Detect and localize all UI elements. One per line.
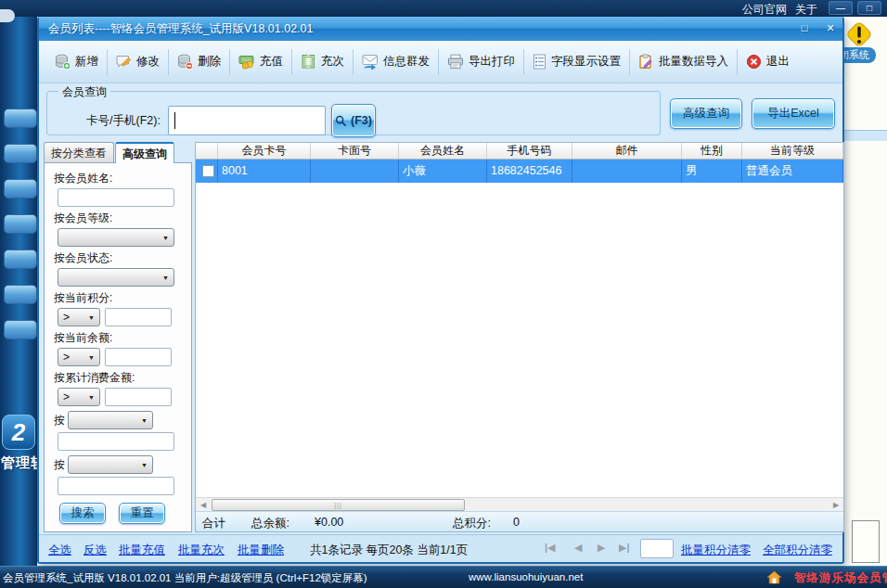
edit-pencil-icon [116, 54, 132, 70]
sidebar-stub-button[interactable] [4, 285, 37, 304]
sidebar-stub-button[interactable] [4, 144, 37, 163]
filter-level-select[interactable]: ▼ [58, 228, 174, 247]
filter-consume-op-select[interactable]: > ▼ [58, 388, 100, 406]
batch-import-button[interactable]: 批量数据导入 [630, 45, 737, 79]
card-phone-input[interactable] [168, 106, 326, 135]
filter-extra1-input[interactable] [58, 432, 174, 451]
home-icon[interactable] [766, 570, 782, 584]
dialog-close-button[interactable]: ✕ [820, 20, 841, 36]
about-link[interactable]: 关于 [795, 2, 817, 18]
edit-member-button[interactable]: 修改 [108, 45, 168, 79]
filter-points-input[interactable] [105, 308, 172, 326]
filter-status-label: 按会员状态: [54, 250, 184, 266]
column-header-name[interactable]: 会员姓名 [399, 143, 487, 159]
chevron-down-icon: ▼ [162, 235, 169, 241]
ticket-icon [301, 54, 316, 70]
batch-times-link[interactable]: 批量充次 [178, 543, 225, 558]
warning-icon[interactable] [844, 19, 874, 51]
column-header-gender[interactable]: 性别 [682, 143, 742, 159]
scrollbar-thumb[interactable]: ||| [212, 499, 465, 511]
add-member-button[interactable]: 新增 [46, 45, 107, 79]
recharge-times-button[interactable]: 充次 [292, 45, 353, 79]
filter-balance-input[interactable] [105, 348, 172, 366]
chevron-down-icon: ▼ [88, 314, 95, 321]
batch-delete-link[interactable]: 批量删除 [238, 543, 284, 558]
chevron-down-icon: ▼ [162, 275, 169, 281]
filter-reset-button[interactable]: 重置 [119, 503, 165, 524]
column-header-card[interactable]: 会员卡号 [218, 143, 311, 159]
filter-points-op-select[interactable]: > ▼ [58, 308, 100, 326]
filter-name-input[interactable] [58, 188, 174, 207]
batch-import-label: 批量数据导入 [659, 54, 728, 70]
sidebar-stub-button[interactable] [4, 249, 37, 269]
all-points-clear-link[interactable]: 全部积分清零 [763, 543, 832, 558]
next-page-button[interactable]: ▶ [598, 542, 605, 554]
member-list-window: 会员列表----智络会员管理系统_试用版V18.01.02.01 □ ✕ 新增 [37, 17, 844, 564]
recharge-label: 充值 [260, 54, 283, 70]
filter-level-label: 按会员等级: [54, 211, 184, 226]
filter-name-label: 按会员姓名: [54, 171, 184, 186]
parent-right-area [844, 17, 887, 566]
first-page-button[interactable]: |◀ [545, 542, 556, 554]
scroll-right-arrow[interactable]: ▶ [829, 499, 842, 511]
last-page-button[interactable]: ▶| [619, 542, 630, 554]
column-header-face[interactable]: 卡面号 [311, 143, 399, 159]
tab-view-by-category[interactable]: 按分类查看 [44, 142, 114, 163]
member-query-group-label: 会员查询 [58, 84, 110, 100]
total-points-label: 总积分: [453, 516, 491, 531]
scroll-left-arrow[interactable]: ◀ [197, 499, 210, 511]
delete-member-button[interactable]: 删除 [169, 45, 229, 79]
filter-consume-input[interactable] [105, 388, 172, 406]
invert-select-link[interactable]: 反选 [84, 543, 107, 558]
advanced-query-button[interactable]: 高级查询 [670, 98, 742, 129]
dialog-maximize-button[interactable]: □ [794, 20, 815, 36]
batch-points-clear-link[interactable]: 批量积分清零 [681, 543, 751, 558]
select-all-link[interactable]: 全选 [48, 543, 71, 558]
export-print-button[interactable]: 导出打印 [439, 45, 523, 79]
search-f3-button[interactable]: (F3) [331, 104, 376, 137]
sidebar-stub-button[interactable] [4, 179, 37, 198]
cell-gender: 男 [682, 160, 742, 183]
recharge-times-label: 充次 [321, 54, 344, 70]
app-logo: 2 [2, 415, 35, 450]
field-list-icon [533, 54, 546, 70]
total-points-value: 0 [513, 516, 520, 529]
maximize-button[interactable]: □ [857, 1, 881, 15]
mass-message-button[interactable]: 信息群发 [354, 45, 438, 79]
field-display-settings-label: 字段显示设置 [551, 54, 621, 70]
filter-extra2-select[interactable]: ▼ [68, 455, 153, 474]
export-print-label: 导出打印 [469, 54, 515, 70]
magnifier-icon [335, 115, 347, 127]
filter-extra2-input[interactable] [58, 477, 174, 495]
filter-status-select[interactable]: ▼ [58, 268, 174, 287]
column-header-email[interactable]: 邮件 [572, 143, 682, 159]
table-row[interactable]: 8001 小薇 18682452546 男 普通会员 [196, 160, 843, 183]
exit-icon [746, 54, 762, 70]
recharge-button[interactable]: 充值 [230, 45, 291, 79]
exit-button[interactable]: 退出 [738, 45, 798, 79]
sidebar-stub-button[interactable] [4, 214, 37, 234]
filter-balance-op-select[interactable]: > ▼ [58, 348, 100, 366]
exit-label: 退出 [766, 54, 790, 70]
field-display-settings-button[interactable]: 字段显示设置 [524, 45, 629, 79]
page-number-input[interactable] [640, 539, 674, 558]
dialog-footer: 全选 反选 批量充值 批量充次 批量删除 共1条记录 每页20条 当前1/1页 … [39, 534, 842, 562]
company-site-link[interactable]: 公司官网 [742, 2, 787, 18]
column-header-phone[interactable]: 手机号码 [487, 143, 572, 159]
batch-recharge-link[interactable]: 批量充值 [119, 543, 165, 558]
export-excel-button[interactable]: 导出Excel [752, 98, 835, 129]
sidebar-stub-button[interactable] [4, 109, 37, 128]
dialog-titlebar: 会员列表----智络会员管理系统_试用版V18.01.02.01 □ ✕ [39, 17, 842, 41]
member-table: 会员卡号 卡面号 会员姓名 手机号码 邮件 性别 当前等级 8001 小薇 18… [195, 142, 844, 532]
column-header-level[interactable]: 当前等级 [742, 143, 843, 159]
minimize-button[interactable]: — [829, 1, 853, 15]
row-checkbox[interactable] [202, 165, 214, 177]
tab-advanced-query[interactable]: 高级查询 [115, 142, 174, 163]
horizontal-scrollbar[interactable]: ◀ ||| ▶ [196, 497, 843, 511]
filter-search-button[interactable]: 搜索 [59, 503, 106, 524]
prev-page-button[interactable]: ◀ [574, 542, 582, 554]
parent-corner-box [852, 520, 880, 563]
filter-extra1-select[interactable]: ▼ [68, 411, 153, 429]
sidebar-stub-button[interactable] [4, 320, 37, 339]
chevron-down-icon: ▼ [88, 394, 95, 401]
